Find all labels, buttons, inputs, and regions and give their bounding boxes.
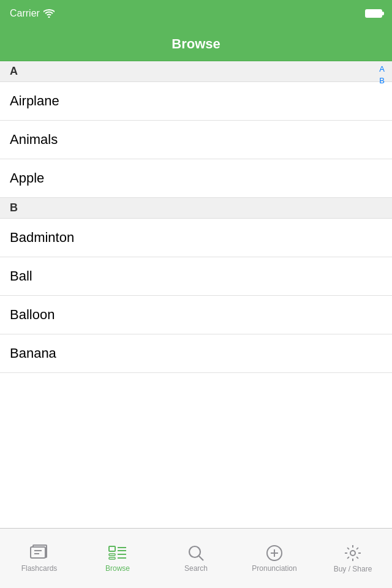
carrier-label: Carrier — [10, 8, 55, 19]
settings-icon — [344, 544, 362, 562]
page-title: Browse — [172, 36, 220, 52]
svg-point-10 — [189, 546, 200, 557]
tab-browse[interactable]: Browse — [78, 529, 157, 588]
search-tab-label: Search — [184, 564, 208, 573]
wifi-icon — [43, 9, 55, 18]
list-item[interactable]: Balloon — [0, 296, 392, 334]
browse-icon — [108, 545, 127, 562]
battery-icon — [365, 9, 382, 18]
flashcards-tab-label: Flashcards — [21, 564, 58, 573]
svg-rect-3 — [109, 546, 115, 551]
section-header-b: B — [0, 198, 392, 219]
svg-rect-0 — [31, 547, 45, 558]
nav-bar: Browse — [0, 27, 392, 61]
flashcards-icon — [29, 545, 49, 562]
tab-pronunciation[interactable]: Pronunciation — [235, 529, 314, 588]
list-item[interactable]: Badminton — [0, 219, 392, 257]
list-item[interactable]: Ball — [0, 257, 392, 296]
list-content: AAirplaneAnimalsAppleBBadmintonBallBallo… — [0, 61, 392, 373]
alpha-index[interactable]: AB — [374, 61, 390, 88]
svg-line-11 — [199, 556, 203, 560]
tab-buy-share[interactable]: Buy / Share — [314, 529, 392, 588]
alpha-letter-b[interactable]: B — [377, 75, 387, 86]
pronunciation-tab-label: Pronunciation — [252, 564, 296, 573]
list-item[interactable]: Airplane — [0, 82, 392, 121]
list-item[interactable]: Animals — [0, 121, 392, 159]
list-item[interactable]: Apple — [0, 159, 392, 198]
tab-bar: Flashcards Browse Search Pronunciation — [0, 528, 392, 588]
list-item[interactable]: Banana — [0, 334, 392, 373]
search-icon — [187, 545, 205, 562]
tab-search[interactable]: Search — [157, 529, 235, 588]
section-header-a: A — [0, 61, 392, 82]
svg-rect-4 — [109, 554, 115, 556]
tab-flashcards[interactable]: Flashcards — [0, 529, 78, 588]
svg-rect-5 — [109, 557, 115, 559]
buy-share-tab-label: Buy / Share — [334, 565, 372, 573]
pronunciation-icon — [266, 545, 283, 562]
svg-point-15 — [350, 551, 355, 556]
alpha-letter-a[interactable]: A — [377, 64, 387, 74]
browse-tab-label: Browse — [105, 564, 130, 573]
status-bar: Carrier — [0, 0, 392, 27]
list-container: AAirplaneAnimalsAppleBBadmintonBallBallo… — [0, 61, 392, 528]
